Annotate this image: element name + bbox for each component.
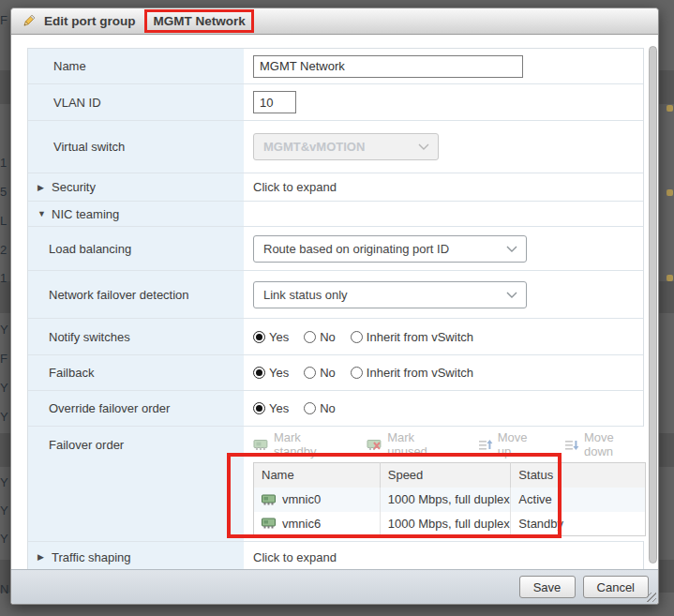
row-name: Name — [28, 49, 643, 84]
override-failover-radio-group: Yes No — [253, 401, 351, 415]
nic-teaming-section-header[interactable]: ▼ NIC teaming — [28, 202, 244, 226]
row-failover-detection: Network failover detection Link status o… — [28, 271, 643, 319]
notify-switches-radio-group: Yes No Inherit from vSwitch — [253, 330, 488, 344]
dialog-body: Name VLAN ID Virtual switch MGMT&vMOTION — [27, 48, 644, 571]
row-load-balancing: Load balancing Route based on originatin… — [28, 227, 643, 271]
nic-teaming-label: NIC teaming — [52, 207, 119, 221]
nic-standby-icon — [253, 439, 269, 451]
dialog-scrollbar[interactable] — [648, 42, 658, 573]
nic-icon — [262, 518, 277, 529]
row-nic-teaming[interactable]: ▼ NIC teaming — [28, 202, 643, 227]
dialog-title: Edit port group — [44, 14, 135, 28]
vlan-id-input[interactable] — [253, 91, 296, 113]
background-icon-bit — [667, 275, 673, 281]
failover-order-label: Failover order — [28, 427, 244, 541]
notify-switches-option-no[interactable]: No — [304, 330, 336, 344]
failback-label: Failback — [28, 355, 244, 390]
radio-label: Yes — [269, 330, 289, 344]
background-text-fragment: F — [0, 352, 7, 366]
move-up-icon — [478, 439, 493, 451]
security-section-header[interactable]: ▶ Security — [28, 173, 244, 201]
radio-label: No — [320, 330, 336, 344]
move-down-button[interactable]: Move down — [564, 430, 646, 458]
nic-speed: 1000 Mbps, full duplex — [380, 512, 511, 536]
background-text-fragment: L — [0, 214, 7, 228]
dialog-footer: Save Cancel — [11, 569, 658, 604]
mark-unused-label: Mark unused — [387, 430, 457, 458]
override-option-no[interactable]: No — [304, 401, 336, 415]
chevron-right-icon: ▶ — [37, 552, 46, 562]
table-row-vmnic6[interactable]: vmnic6 1000 Mbps, full duplex Standby — [254, 512, 646, 536]
traffic-shaping-section-header[interactable]: ▶ Traffic shaping — [28, 542, 244, 572]
radio-icon — [304, 331, 316, 343]
background-text-fragment: 1 — [0, 156, 7, 170]
override-option-yes[interactable]: Yes — [253, 401, 289, 415]
failover-detection-select[interactable]: Link status only — [253, 281, 527, 308]
chevron-down-icon — [506, 246, 517, 252]
move-down-icon — [564, 439, 579, 451]
background-text-fragment: Y — [0, 475, 8, 489]
name-input[interactable] — [253, 55, 523, 78]
nic-name: vmnic6 — [282, 517, 321, 531]
failover-order-toolbar: Mark standby Mark unused — [253, 433, 646, 456]
chevron-right-icon: ▶ — [37, 183, 46, 192]
mark-standby-button[interactable]: Mark standby — [253, 430, 346, 458]
column-header-name[interactable]: Name — [254, 463, 381, 488]
cancel-button[interactable]: Cancel — [583, 576, 649, 598]
virtual-switch-label: Virtual switch — [28, 121, 244, 173]
row-notify-switches: Notify switches Yes No Inherit from vSwi… — [28, 319, 643, 355]
mark-unused-button[interactable]: Mark unused — [367, 430, 457, 458]
radio-label: Yes — [269, 366, 289, 380]
dialog-title-portgroup-name: MGMT Network — [144, 9, 253, 33]
radio-selected-icon — [253, 367, 265, 379]
load-balancing-select[interactable]: Route based on originating port ID — [253, 235, 527, 263]
table-header-row: Name Speed Status — [254, 463, 646, 488]
nic-status: Active — [511, 488, 646, 512]
traffic-shaping-label: Traffic shaping — [52, 550, 131, 564]
column-header-status[interactable]: Status — [511, 463, 646, 488]
radio-icon — [304, 402, 316, 414]
name-label: Name — [28, 49, 244, 83]
radio-label: No — [320, 366, 336, 380]
move-up-label: Move up — [498, 430, 544, 458]
virtual-switch-select[interactable]: MGMT&vMOTION — [253, 133, 439, 160]
radio-label: No — [320, 401, 336, 415]
row-failover-order: Failover order Mark standby — [28, 427, 643, 542]
nic-name: vmnic0 — [282, 492, 321, 506]
radio-label: Yes — [269, 401, 289, 415]
traffic-shaping-expand-hint: Click to expand — [253, 550, 337, 564]
background-text-fragment: F — [0, 13, 7, 27]
row-vlan-id: VLAN ID — [28, 84, 643, 121]
background-text-fragment: 2 — [0, 243, 7, 257]
failback-option-yes[interactable]: Yes — [253, 366, 289, 380]
notify-switches-option-inherit[interactable]: Inherit from vSwitch — [351, 330, 473, 344]
background-text-fragment: N — [0, 582, 8, 596]
failback-radio-group: Yes No Inherit from vSwitch — [253, 366, 488, 380]
nic-status: Standby — [511, 512, 646, 536]
notify-switches-option-yes[interactable]: Yes — [253, 330, 289, 344]
radio-label: Inherit from vSwitch — [367, 330, 473, 344]
radio-icon — [351, 331, 363, 343]
background-text-fragment: Y — [0, 532, 8, 546]
resize-grip[interactable] — [647, 593, 656, 602]
security-label: Security — [52, 180, 96, 194]
dialog-titlebar: Edit port group MGMT Network — [11, 8, 658, 35]
table-row-vmnic0[interactable]: vmnic0 1000 Mbps, full duplex Active — [254, 488, 646, 512]
row-traffic-shaping[interactable]: ▶ Traffic shaping Click to expand — [28, 542, 643, 572]
failback-option-no[interactable]: No — [304, 366, 336, 380]
pencil-icon — [21, 13, 37, 29]
save-button[interactable]: Save — [519, 576, 576, 598]
move-up-button[interactable]: Move up — [478, 430, 544, 458]
row-security[interactable]: ▶ Security Click to expand — [28, 173, 643, 202]
override-failover-label: Override failover order — [28, 391, 244, 426]
scrollbar-thumb[interactable] — [649, 46, 657, 563]
failback-option-inherit[interactable]: Inherit from vSwitch — [351, 366, 473, 380]
radio-selected-icon — [253, 402, 265, 414]
row-failback: Failback Yes No Inherit from vSwitch — [28, 355, 643, 391]
column-header-speed[interactable]: Speed — [380, 463, 511, 488]
nic-speed: 1000 Mbps, full duplex — [380, 488, 511, 512]
mark-standby-label: Mark standby — [274, 430, 346, 458]
load-balancing-label: Load balancing — [28, 227, 244, 270]
edit-port-group-dialog: Edit port group MGMT Network Name VLAN I… — [10, 8, 659, 605]
radio-selected-icon — [253, 331, 265, 343]
